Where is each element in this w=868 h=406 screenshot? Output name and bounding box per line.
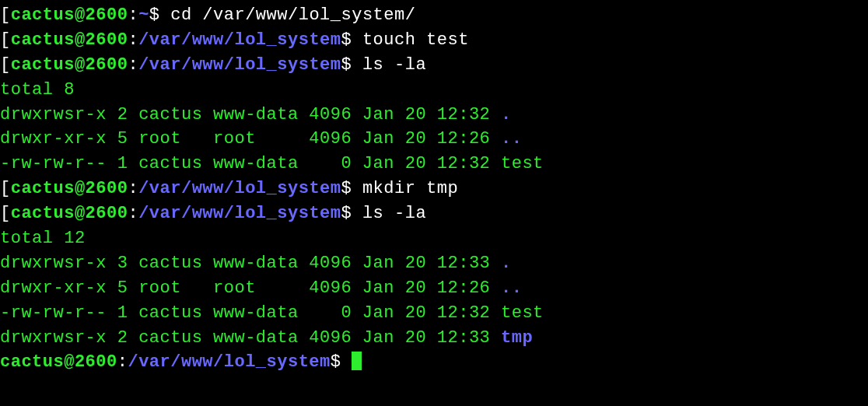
ls-row: drwxrwsr-x 2 cactus www-data 4096 Jan 20… bbox=[0, 103, 868, 128]
ls-total: total 12 bbox=[0, 226, 868, 251]
colon: : bbox=[128, 179, 138, 198]
ls-row: drwxr-xr-x 5 root root 4096 Jan 20 12:26… bbox=[0, 127, 868, 152]
colon: : bbox=[128, 55, 138, 75]
ls-row: drwxr-xr-x 5 root root 4096 Jan 20 12:26… bbox=[0, 276, 868, 301]
colon: : bbox=[117, 352, 128, 372]
ls-row-main: drwxr-xr-x 5 root root 4096 Jan 20 12:26 bbox=[0, 278, 501, 298]
prompt-line: [cactus@2600:/var/www/lol_system$ touch … bbox=[0, 28, 868, 53]
user-host: cactus@2600 bbox=[11, 55, 128, 75]
ls-row-name: .. bbox=[501, 129, 522, 149]
bracket-open: [ bbox=[0, 55, 11, 75]
ls-row-name: test bbox=[501, 154, 544, 173]
command-text: cd /var/www/lol_system/ bbox=[170, 5, 415, 25]
ls-row-name: . bbox=[501, 105, 512, 124]
prompt-line-active[interactable]: cactus@2600:/var/www/lol_system$ bbox=[0, 350, 868, 375]
user-host: cactus@2600 bbox=[11, 179, 128, 198]
prompt-line: [cactus@2600:~$ cd /var/www/lol_system/ bbox=[0, 3, 868, 28]
ls-total-text: total 12 bbox=[0, 229, 86, 248]
ls-total-text: total 8 bbox=[0, 80, 75, 100]
ls-row-main: drwxrwsr-x 2 cactus www-data 4096 Jan 20… bbox=[0, 105, 501, 124]
prompt-symbol: $ bbox=[149, 5, 170, 25]
command-text: mkdir tmp bbox=[362, 179, 458, 198]
ls-row-name: tmp bbox=[501, 328, 533, 348]
command-text: ls -la bbox=[362, 204, 426, 223]
ls-row-main: -rw-rw-r-- 1 cactus www-data 0 Jan 20 12… bbox=[0, 154, 501, 173]
prompt-symbol: $ bbox=[341, 55, 362, 75]
ls-row: -rw-rw-r-- 1 cactus www-data 0 Jan 20 12… bbox=[0, 301, 868, 326]
cursor-icon bbox=[352, 352, 362, 370]
prompt-symbol: $ bbox=[341, 30, 362, 50]
ls-row: -rw-rw-r-- 1 cactus www-data 0 Jan 20 12… bbox=[0, 152, 868, 177]
prompt-line: [cactus@2600:/var/www/lol_system$ mkdir … bbox=[0, 177, 868, 201]
bracket-open: [ bbox=[0, 5, 11, 25]
ls-row-name: .. bbox=[501, 278, 522, 298]
cwd: /var/www/lol_system bbox=[138, 55, 341, 75]
cwd: /var/www/lol_system bbox=[138, 204, 341, 223]
cwd: /var/www/lol_system bbox=[138, 30, 341, 50]
cwd: /var/www/lol_system bbox=[128, 352, 330, 372]
prompt-symbol: $ bbox=[341, 179, 362, 198]
terminal[interactable]: [cactus@2600:~$ cd /var/www/lol_system/ … bbox=[0, 3, 868, 375]
ls-row-main: drwxr-xr-x 5 root root 4096 Jan 20 12:26 bbox=[0, 129, 501, 149]
ls-row-main: -rw-rw-r-- 1 cactus www-data 0 Jan 20 12… bbox=[0, 303, 501, 323]
ls-row-main: drwxrwsr-x 3 cactus www-data 4096 Jan 20… bbox=[0, 254, 501, 273]
command-text: ls -la bbox=[362, 55, 426, 75]
command-text: touch test bbox=[362, 30, 469, 50]
colon: : bbox=[128, 204, 138, 223]
user-host: cactus@2600 bbox=[0, 352, 117, 372]
user-host: cactus@2600 bbox=[11, 5, 128, 25]
colon: : bbox=[128, 5, 138, 25]
ls-row-name: test bbox=[501, 303, 544, 323]
ls-row: drwxrwsr-x 3 cactus www-data 4096 Jan 20… bbox=[0, 251, 868, 276]
ls-total: total 8 bbox=[0, 78, 868, 103]
user-host: cactus@2600 bbox=[11, 204, 128, 223]
ls-row-main: drwxrwsr-x 2 cactus www-data 4096 Jan 20… bbox=[0, 328, 501, 348]
colon: : bbox=[128, 30, 138, 50]
user-host: cactus@2600 bbox=[11, 30, 128, 50]
ls-row: drwxrwsr-x 2 cactus www-data 4096 Jan 20… bbox=[0, 326, 868, 351]
cwd: /var/www/lol_system bbox=[138, 179, 341, 198]
bracket-open: [ bbox=[0, 204, 11, 223]
ls-row-name: . bbox=[501, 254, 512, 273]
prompt-line: [cactus@2600:/var/www/lol_system$ ls -la bbox=[0, 201, 868, 226]
prompt-symbol: $ bbox=[341, 204, 362, 223]
prompt-symbol: $ bbox=[331, 352, 352, 372]
cwd: ~ bbox=[138, 5, 149, 25]
bracket-open: [ bbox=[0, 30, 11, 50]
prompt-line: [cactus@2600:/var/www/lol_system$ ls -la bbox=[0, 53, 868, 78]
bracket-open: [ bbox=[0, 179, 11, 198]
